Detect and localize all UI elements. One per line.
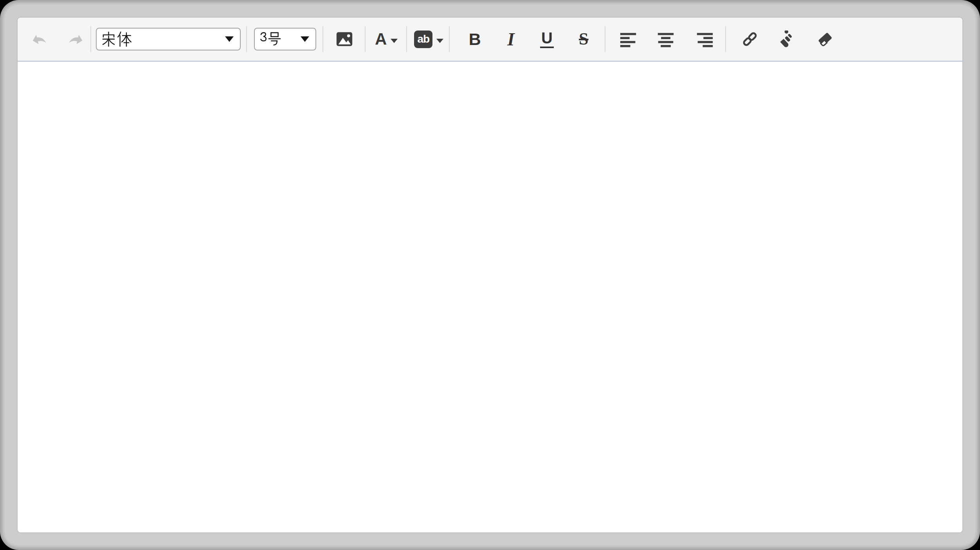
- link-icon: [741, 31, 758, 48]
- insert-link-button[interactable]: [740, 30, 759, 49]
- align-right-icon: [696, 31, 713, 48]
- italic-button[interactable]: I: [501, 30, 520, 49]
- dropdown-arrow-icon: [391, 39, 398, 43]
- dropdown-arrow-icon: [301, 36, 309, 42]
- bold-label: B: [469, 31, 481, 48]
- align-center-icon: [657, 31, 674, 48]
- insert-image-button[interactable]: [335, 30, 354, 49]
- align-left-icon: [620, 31, 637, 48]
- undo-arrow-icon: [31, 31, 47, 47]
- bold-button[interactable]: B: [465, 30, 484, 49]
- editor-window: 宋体: [5, 5, 975, 545]
- toolbar-separator: [406, 26, 407, 52]
- underline-label: U: [540, 30, 554, 48]
- highlight-color-button[interactable]: ab: [414, 30, 443, 49]
- toolbar-separator: [90, 26, 91, 52]
- editor-content-area[interactable]: [18, 62, 962, 532]
- font-color-label: A: [375, 31, 387, 47]
- font-family-select[interactable]: 宋体: [96, 28, 241, 50]
- align-center-button[interactable]: [656, 30, 675, 49]
- align-left-button[interactable]: [619, 30, 638, 49]
- highlight-color-badge: ab: [414, 31, 432, 48]
- underline-button[interactable]: U: [537, 30, 556, 49]
- editor-toolbar: 宋体: [18, 18, 962, 62]
- dropdown-arrow-icon: [225, 36, 234, 42]
- toolbar-separator: [725, 26, 726, 52]
- strikethrough-button[interactable]: S: [574, 30, 593, 49]
- strikethrough-label: S: [579, 31, 588, 48]
- font-size-value-glyph: [259, 31, 282, 47]
- rich-text-editor: 宋体: [17, 17, 963, 533]
- format-brush-button[interactable]: [776, 30, 795, 49]
- eraser-button[interactable]: [816, 30, 834, 49]
- redo-button[interactable]: [67, 30, 86, 49]
- brush-icon: [777, 31, 794, 48]
- font-family-value-glyph: [101, 31, 132, 47]
- font-color-button[interactable]: A: [375, 30, 398, 49]
- eraser-icon: [816, 31, 834, 48]
- toolbar-separator: [322, 26, 323, 52]
- dropdown-arrow-icon: [436, 39, 443, 43]
- redo-arrow-icon: [68, 31, 85, 47]
- image-icon: [335, 30, 353, 48]
- italic-label: I: [507, 30, 514, 49]
- toolbar-separator: [365, 26, 366, 52]
- undo-button[interactable]: [29, 30, 48, 49]
- align-right-button[interactable]: [695, 30, 714, 49]
- toolbar-separator: [605, 26, 605, 52]
- font-size-select[interactable]: 3号: [254, 28, 316, 50]
- toolbar-separator: [246, 26, 247, 52]
- toolbar-separator: [449, 26, 450, 52]
